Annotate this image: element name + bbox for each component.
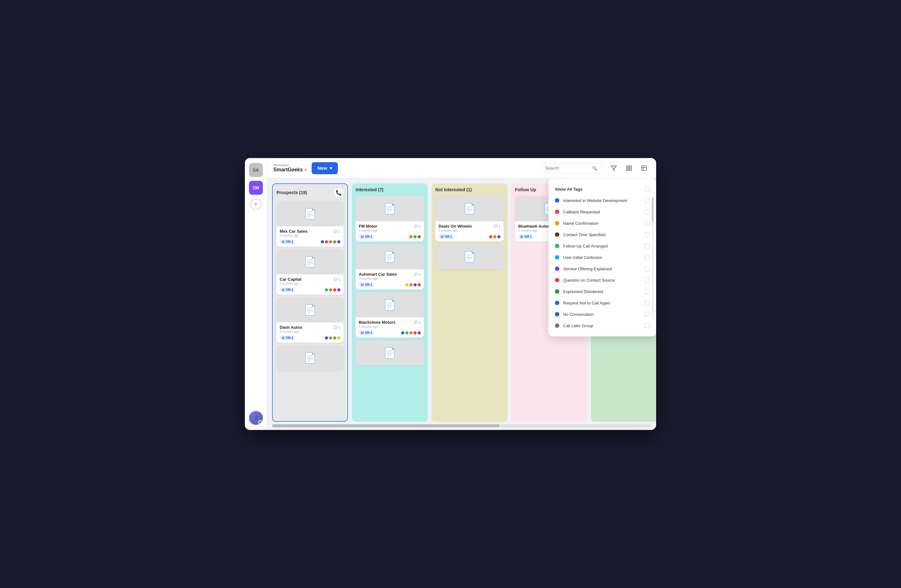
scrollbar-thumb [272, 424, 500, 428]
tag-checkbox-4[interactable] [645, 243, 650, 249]
show-all-checkbox[interactable] [645, 187, 650, 191]
tag-checkbox-2[interactable] [645, 221, 650, 226]
search-input[interactable] [545, 166, 589, 171]
color-dots [325, 288, 340, 291]
tag-checkbox-1[interactable] [645, 209, 650, 214]
card-footer: SM-1 [438, 234, 500, 239]
tag-checkbox-3[interactable] [645, 232, 650, 237]
header-right: 🔍 [541, 162, 650, 174]
tag-color-dot [555, 232, 559, 237]
svg-rect-28 [361, 331, 362, 333]
sidebar: SA SM + 👤 [245, 158, 267, 430]
kanban-card[interactable]: 📄 Blackstone Motors 1 3 months ago SM-1 [355, 292, 424, 338]
card-footer: SM-1 [359, 234, 421, 239]
kanban-card[interactable]: 📄 Automart Car Sales 1 3 months ago SM-1 [355, 244, 424, 289]
kanban-card[interactable]: 📄 FM Motor 1 3 months ago SM-1 [355, 196, 424, 241]
svg-rect-3 [627, 168, 628, 170]
card-title: Deals On Wheels [438, 224, 472, 229]
tag-color-dot [555, 198, 559, 203]
card-badge: SM-1 [518, 234, 534, 239]
tag-item-1[interactable]: Callback Requested [549, 206, 656, 218]
svg-rect-34 [441, 237, 442, 238]
tag-checkbox-8[interactable] [645, 289, 650, 294]
card-date: 3 months ago [438, 229, 500, 232]
svg-rect-1 [627, 166, 628, 168]
color-dot [333, 336, 336, 339]
card-body: Automart Car Sales 1 3 months ago SM-1 [355, 269, 424, 289]
horizontal-scrollbar[interactable] [272, 424, 651, 428]
color-dot [337, 336, 340, 339]
kanban-card[interactable]: 📄 Dash Autos 1 3 months ago SM-1 [276, 297, 344, 343]
svg-rect-26 [361, 285, 362, 286]
tag-checkbox-11[interactable] [645, 323, 650, 328]
svg-rect-35 [442, 237, 443, 238]
chevron-down-icon: ▾ [305, 168, 307, 172]
new-button-chevron: ▾ [330, 165, 332, 171]
tag-label: Expressed Disinterest [563, 289, 641, 294]
column-not-interested: Not Interested (1) 📄 Deals On Wheels 1 3… [432, 184, 507, 422]
column-title-not-interested: Not Interested (1) [435, 187, 472, 192]
tag-checkbox-7[interactable] [645, 278, 650, 283]
tag-checkbox-0[interactable] [645, 198, 650, 203]
avatar-sa[interactable]: SA [249, 163, 263, 177]
svg-rect-38 [521, 237, 521, 238]
card-body: Mex Car Sales 1 3 months ago SM-1 [276, 226, 344, 247]
kanban-card[interactable]: 📄 Car Capital 1 3 months ago SM-1 [276, 249, 344, 295]
tag-item-11[interactable]: Call Later Group [549, 320, 656, 331]
kanban-card[interactable]: 📄 Deals On Wheels 1 3 months ago SM-1 [435, 196, 504, 241]
svg-rect-21 [363, 235, 363, 236]
filter-icon[interactable] [608, 162, 619, 174]
color-dot [409, 283, 413, 286]
color-dot [325, 240, 328, 243]
card-message-count: 1 [494, 224, 500, 228]
show-all-tags-row[interactable]: Show All Tags [549, 184, 656, 195]
layout-icon[interactable] [638, 162, 650, 174]
color-dots [321, 240, 340, 243]
tag-item-8[interactable]: Expressed Disinterest [549, 286, 656, 297]
tag-checkbox-6[interactable] [645, 266, 650, 271]
tag-label: Interested in Website Development [563, 198, 641, 203]
svg-rect-4 [630, 168, 631, 170]
svg-rect-5 [642, 166, 647, 170]
workspace-name[interactable]: SmartGeeks ▾ [273, 167, 307, 173]
tag-checkbox-5[interactable] [645, 255, 650, 260]
color-dots [325, 336, 340, 339]
card-footer: SM-1 [359, 282, 421, 287]
svg-rect-25 [363, 283, 363, 285]
column-prospects: Prospects (19) 📞 📄 Mex Car Sales 1 3 mon… [272, 184, 348, 422]
tag-item-10[interactable]: No Conversation [549, 308, 656, 320]
tag-checkbox-9[interactable] [645, 300, 650, 305]
workspace-selector[interactable]: Workspace SmartGeeks ▾ [273, 163, 307, 173]
svg-rect-29 [363, 331, 363, 333]
add-workspace-button[interactable]: + [250, 199, 262, 210]
tag-item-5[interactable]: User Initial Confusion [549, 252, 656, 263]
color-dot [409, 331, 413, 334]
new-button[interactable]: New ▾ [312, 162, 338, 174]
card-title: Mex Car Sales [280, 229, 307, 233]
column-action-icon[interactable]: 📞 [334, 188, 344, 197]
tag-item-6[interactable]: Service Offering Explained [549, 263, 656, 274]
card-title: FM Motor [359, 224, 377, 229]
grid-view-icon[interactable] [623, 162, 634, 174]
svg-rect-30 [361, 333, 362, 334]
tag-item-0[interactable]: Interested in Website Development [549, 195, 656, 206]
kanban-card[interactable]: 📄 Mex Car Sales 1 3 months ago SM-1 [276, 201, 344, 247]
card-preview: 📄 [435, 196, 504, 221]
dropdown-scrollbar[interactable] [652, 197, 654, 317]
tag-checkbox-10[interactable] [645, 312, 650, 317]
user-avatar[interactable]: 👤 [249, 411, 263, 425]
svg-rect-14 [282, 290, 283, 291]
tag-item-7[interactable]: Question on Contact Source [549, 274, 656, 286]
column-title-pink: Follow Up [515, 187, 536, 192]
avatar-sm[interactable]: SM [249, 181, 263, 195]
color-dot [405, 283, 408, 286]
tag-item-9[interactable]: Request Not to Call Again [549, 297, 656, 308]
search-box[interactable]: 🔍 [541, 163, 604, 173]
scrollbar-thumb [652, 197, 654, 222]
tag-item-2[interactable]: Name Confirmation [549, 218, 656, 229]
tag-item-4[interactable]: Follow-Up Call Arranged [549, 240, 656, 252]
tag-label: Service Offering Explained [563, 266, 641, 271]
tag-item-3[interactable]: Contact Time Specified [549, 229, 656, 240]
kanban-card-empty: 📄 [355, 340, 424, 366]
color-dot [497, 235, 500, 238]
